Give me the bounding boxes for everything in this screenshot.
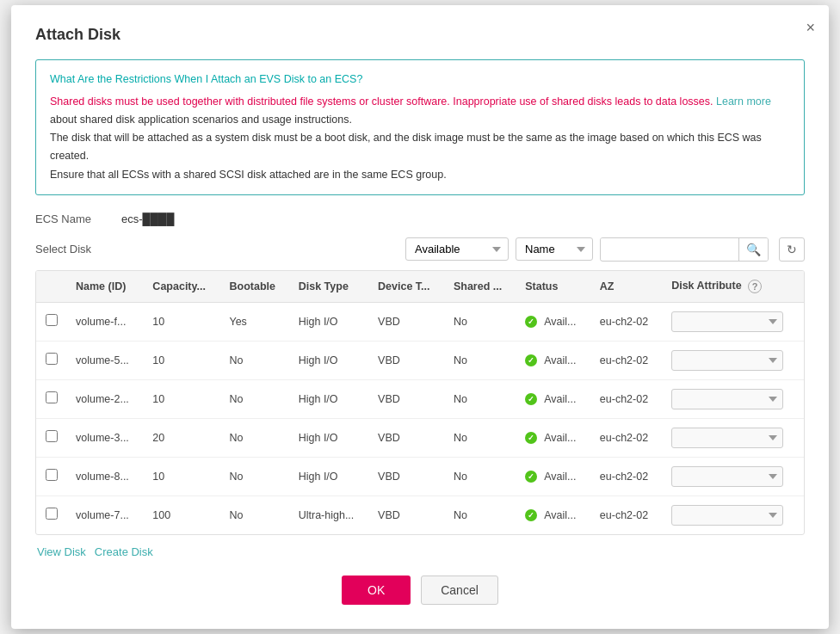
status-dot-3 [525, 432, 537, 444]
disk-attr-select-0[interactable] [671, 311, 783, 332]
row-az-5: eu-ch2-02 [591, 496, 663, 534]
header-status: Status [516, 271, 591, 303]
action-links: View Disk Create Disk [35, 545, 805, 558]
row-device-type-1: VBD [369, 341, 445, 379]
disk-attr-select-4[interactable] [671, 466, 783, 487]
row-name-0: volume-f... [67, 302, 144, 341]
row-attr-0 [663, 302, 804, 341]
row-checkbox-cell-5 [36, 496, 67, 534]
table-row: volume-5... 10 No High I/O VBD No Avail.… [36, 341, 804, 379]
row-checkbox-3[interactable] [46, 430, 58, 442]
disk-attr-select-3[interactable] [671, 428, 783, 448]
row-bootable-4: No [220, 457, 289, 496]
header-disk-attr: Disk Attribute ? [663, 271, 804, 303]
row-shared-2: No [445, 379, 516, 418]
disk-attr-help-icon[interactable]: ? [748, 280, 762, 293]
row-capacity-1: 10 [144, 341, 220, 379]
refresh-button[interactable]: ↻ [779, 237, 805, 262]
header-bootable: Bootable [220, 271, 289, 303]
table-row: volume-f... 10 Yes High I/O VBD No Avail… [36, 302, 804, 341]
status-text-5: Avail... [544, 509, 576, 521]
info-line3: Ensure that all ECSs with a shared SCSI … [50, 166, 790, 184]
table-row: volume-2... 10 No High I/O VBD No Avail.… [36, 379, 804, 418]
row-bootable-0: Yes [220, 302, 289, 341]
row-az-4: eu-ch2-02 [591, 457, 663, 496]
row-status-0: Avail... [516, 302, 591, 341]
row-name-3: volume-3... [67, 418, 144, 457]
row-device-type-3: VBD [369, 418, 445, 457]
search-input[interactable] [601, 238, 738, 260]
status-dot-4 [525, 471, 537, 483]
row-checkbox-1[interactable] [46, 353, 58, 365]
disk-table: Name (ID) Capacity... Bootable Disk Type… [36, 271, 804, 534]
table-row: volume-8... 10 No High I/O VBD No Avail.… [36, 457, 804, 496]
disk-attr-select-1[interactable] [671, 350, 783, 371]
ok-button[interactable]: OK [342, 576, 411, 605]
row-checkbox-cell-4 [36, 457, 67, 496]
row-checkbox-cell-1 [36, 341, 67, 379]
status-dot-0 [525, 316, 537, 328]
create-disk-link[interactable]: Create Disk [95, 545, 153, 558]
row-name-4: volume-8... [67, 457, 144, 496]
header-az: AZ [591, 271, 663, 303]
disk-table-wrapper: Name (ID) Capacity... Bootable Disk Type… [35, 270, 805, 535]
status-filter-select[interactable]: Available In-use Error [405, 237, 509, 261]
row-bootable-1: No [220, 341, 289, 379]
row-checkbox-5[interactable] [46, 508, 58, 520]
row-capacity-3: 20 [144, 418, 220, 457]
warning-text: Shared disks must be used together with … [50, 95, 713, 108]
table-body: volume-f... 10 Yes High I/O VBD No Avail… [36, 302, 804, 534]
row-capacity-2: 10 [144, 379, 220, 418]
row-status-4: Avail... [516, 457, 591, 496]
disk-attr-select-5[interactable] [671, 505, 783, 526]
row-az-3: eu-ch2-02 [591, 418, 663, 457]
view-disk-link[interactable]: View Disk [37, 545, 86, 558]
row-shared-3: No [445, 418, 516, 457]
header-disk-type: Disk Type [290, 271, 369, 303]
info-warning-line: Shared disks must be used together with … [50, 93, 790, 130]
header-capacity: Capacity... [144, 271, 220, 303]
row-disk-type-1: High I/O [290, 341, 369, 379]
row-attr-1 [663, 341, 804, 379]
row-checkbox-cell-0 [36, 302, 67, 341]
name-filter-select[interactable]: Name ID [516, 237, 593, 261]
row-checkbox-cell-3 [36, 418, 67, 457]
header-checkbox-cell [36, 271, 67, 303]
row-az-1: eu-ch2-02 [591, 341, 663, 379]
row-shared-1: No [445, 341, 516, 379]
row-status-2: Avail... [516, 379, 591, 418]
ecs-name-value: ecs-████ [121, 212, 174, 225]
row-capacity-4: 10 [144, 457, 220, 496]
close-button[interactable]: × [806, 19, 815, 37]
filter-controls: Available In-use Error Name ID 🔍 ↻ [405, 237, 805, 262]
search-button[interactable]: 🔍 [738, 238, 768, 261]
dialog-footer: OK Cancel [35, 576, 805, 605]
status-text-4: Avail... [544, 471, 576, 483]
row-capacity-0: 10 [144, 302, 220, 341]
row-shared-0: No [445, 302, 516, 341]
row-checkbox-2[interactable] [46, 391, 58, 403]
row-attr-2 [663, 379, 804, 418]
learn-more-link[interactable]: Learn more [716, 95, 771, 108]
status-dot-2 [525, 393, 537, 405]
cancel-button[interactable]: Cancel [421, 576, 498, 605]
info-title: What Are the Restrictions When I Attach … [50, 71, 790, 89]
row-name-5: volume-7... [67, 496, 144, 534]
row-bootable-3: No [220, 418, 289, 457]
row-disk-type-4: High I/O [290, 457, 369, 496]
header-device-type: Device T... [369, 271, 445, 303]
header-shared: Shared ... [445, 271, 516, 303]
row-device-type-5: VBD [369, 496, 445, 534]
disk-attr-select-2[interactable] [671, 389, 783, 409]
info-line2: The disk that will be attached as a syst… [50, 129, 790, 166]
select-disk-row: Select Disk Available In-use Error Name … [35, 237, 805, 262]
row-capacity-5: 100 [144, 496, 220, 534]
row-checkbox-0[interactable] [46, 314, 58, 326]
row-shared-5: No [445, 496, 516, 534]
row-disk-type-3: High I/O [290, 418, 369, 457]
ecs-name-label: ECS Name [35, 212, 121, 225]
attach-disk-dialog: Attach Disk × What Are the Restrictions … [11, 5, 829, 629]
select-disk-label: Select Disk [35, 243, 121, 255]
row-status-3: Avail... [516, 418, 591, 457]
row-checkbox-4[interactable] [46, 469, 58, 481]
